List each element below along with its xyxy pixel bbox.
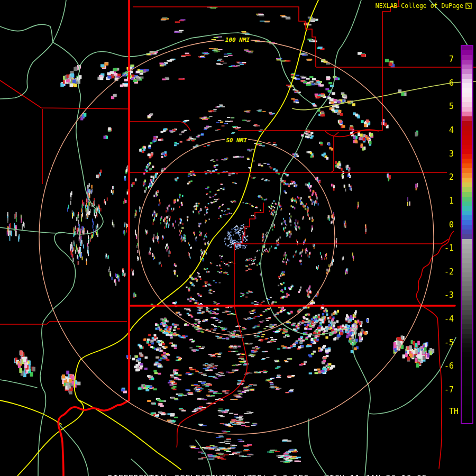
colorbar-tick-label: -1 [429, 243, 454, 253]
colorbar-tick-label: 0 [429, 220, 454, 230]
range-ring-label-100nmi: 100 NMI [224, 36, 251, 43]
state-border-lines [58, 0, 455, 476]
range-ring-label-50nmi: 50 NMI [225, 137, 248, 144]
colorbar-tick-label: -7 [429, 385, 454, 395]
colorbar-tick-label: -5 [429, 338, 454, 347]
status-text: DIFFERENTIAL REFLECTIVITY (ZDR) 0.2 DEG … [108, 474, 427, 476]
status-bar: DIFFERENTIAL REFLECTIVITY (ZDR) 0.2 DEG … [87, 464, 427, 476]
colorbar-gradient-frame [461, 45, 473, 424]
colorbar-tick-label: -2 [429, 267, 454, 277]
colorbar-tick-label: -6 [429, 361, 454, 371]
colorbar-tick-label: 4 [429, 125, 454, 135]
colorbar-tick-label: -3 [429, 290, 454, 300]
map-overlay [0, 0, 476, 476]
header: NEXLAB-College of DuPage [376, 2, 472, 10]
colorbar-tick-label: 7 [429, 54, 454, 64]
radar-display: 100 NMI 50 NMI NEXLAB-College of DuPage … [0, 0, 476, 476]
colorbar-tick-label: 2 [429, 172, 454, 182]
highway-lines [0, 0, 318, 476]
river-lines [0, 0, 468, 476]
colorbar-tick-label: 5 [429, 102, 454, 111]
colorbar-tick-label: 6 [429, 78, 454, 88]
colorbar-tick-label: 1 [429, 196, 454, 206]
range-ring-100nmi [39, 40, 434, 434]
colorbar-gradient [462, 46, 472, 423]
colorbar-tick-label: 3 [429, 149, 454, 159]
colorbar-tick-label: -4 [429, 314, 454, 324]
range-rings [39, 40, 434, 434]
cod-logo-icon [465, 3, 472, 9]
colorbar-bottom-label: TH [449, 407, 459, 416]
county-lines [0, 0, 476, 469]
page-title: NEXLAB-College of DuPage [376, 2, 463, 10]
